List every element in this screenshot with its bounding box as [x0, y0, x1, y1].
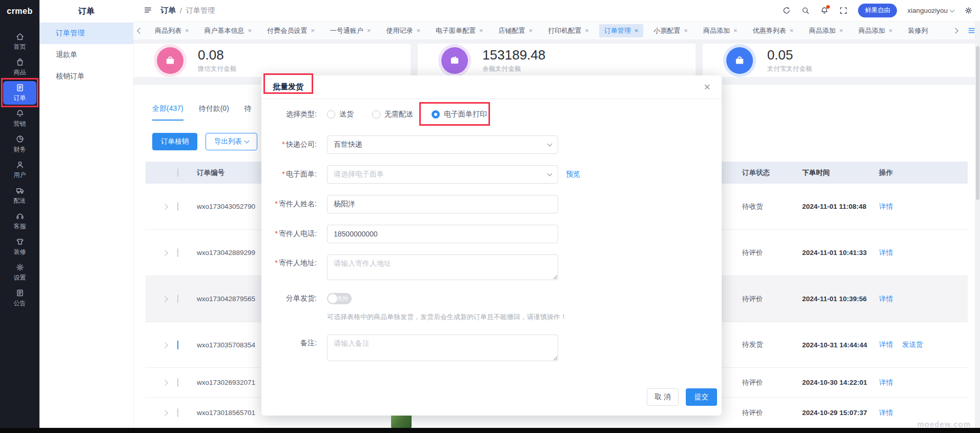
sidebar-item-label: 商品 [14, 68, 26, 77]
tab-receipt-config[interactable]: 小票配置× [648, 24, 693, 37]
row-expand-icon[interactable] [162, 342, 168, 348]
tab-merchant-info[interactable]: 商户基本信息× [199, 24, 257, 37]
scroll-tabs-left-icon[interactable] [133, 29, 147, 33]
close-icon[interactable]: × [635, 27, 639, 34]
close-icon[interactable]: × [585, 27, 589, 34]
sidebar-item-refund[interactable]: 退款单 [39, 44, 133, 66]
fullscreen-icon[interactable] [839, 6, 848, 15]
breadcrumb-root[interactable]: 订单 [160, 6, 176, 15]
row-checkbox[interactable] [177, 248, 178, 257]
close-icon[interactable]: × [185, 27, 189, 34]
close-icon[interactable]: × [416, 27, 420, 34]
sidebar-item-goods[interactable]: 商品 [0, 54, 39, 80]
order-verify-button[interactable]: 订单核销 [152, 133, 197, 150]
sidebar-item-service[interactable]: 客服 [0, 208, 39, 234]
express-company-select[interactable]: 百世快递 [327, 135, 558, 154]
close-icon[interactable]: × [479, 27, 483, 34]
detail-link[interactable]: 详情 [879, 378, 893, 387]
row-checkbox[interactable] [177, 294, 178, 303]
tab-goods-list[interactable]: 商品列表× [150, 24, 194, 37]
sidebar-item-settings[interactable]: 设置 [0, 260, 39, 285]
scroll-tabs-right-icon[interactable] [949, 29, 962, 33]
row-expand-icon[interactable] [162, 410, 168, 416]
export-list-button[interactable]: 导出列表 [206, 133, 257, 150]
close-icon[interactable]: × [733, 27, 738, 34]
row-expand-icon[interactable] [162, 204, 168, 209]
detail-link[interactable]: 详情 [879, 248, 893, 258]
radio-delivery[interactable]: 送货 [327, 110, 354, 119]
tab-paid-member-settings[interactable]: 付费会员设置× [262, 24, 320, 37]
detail-link[interactable]: 详情 [879, 408, 893, 418]
close-icon[interactable]: × [311, 27, 315, 34]
status-tab-truncated[interactable]: 待 [244, 104, 252, 121]
sidebar-item-orders[interactable]: 订单 [3, 81, 36, 105]
close-icon[interactable]: × [367, 27, 371, 34]
submit-button[interactable]: 提交 [686, 388, 717, 406]
status-tab-all[interactable]: 全部(437) [152, 104, 183, 121]
sidebar-item-users[interactable]: 用户 [0, 157, 39, 183]
radio-no-delivery[interactable]: 无需配送 [372, 110, 413, 119]
sidebar-item-decorate[interactable]: 装修 [0, 234, 39, 260]
tab-store-config[interactable]: 店铺配置× [494, 24, 538, 37]
esheet-select[interactable]: 请选择电子面单 [327, 165, 558, 184]
row-expand-icon[interactable] [162, 296, 168, 302]
collapse-menu-icon[interactable] [144, 6, 152, 16]
radio-icon[interactable] [372, 110, 380, 119]
chevron-down-icon [950, 7, 955, 12]
detail-link[interactable]: 详情 [879, 294, 893, 304]
sidebar-item-order-manage[interactable]: 订单管理 [39, 23, 133, 44]
detail-link[interactable]: 详情 [879, 340, 893, 349]
sidebar-item-writeoff-order[interactable]: 核销订单 [39, 66, 133, 87]
detail-link[interactable]: 详情 [879, 202, 893, 211]
sidebar-item-finance[interactable]: 财务 [0, 131, 39, 157]
split-ship-toggle[interactable]: 关闭 [327, 293, 352, 304]
settings-gear-icon[interactable] [964, 6, 973, 15]
merchant-badge[interactable]: 鲜果自由 [858, 4, 897, 17]
tab-decorate-list[interactable]: 装修列 [903, 24, 933, 37]
cancel-button[interactable]: 取 消 [647, 388, 679, 406]
send-goods-link[interactable]: 发送货 [902, 340, 923, 349]
order-status: 待收货 [742, 202, 763, 211]
row-checkbox[interactable] [177, 378, 178, 387]
close-icon[interactable]: × [839, 27, 843, 34]
select-all-checkbox[interactable] [177, 168, 178, 177]
scrollbar-thumb[interactable] [976, 46, 979, 200]
tab-order-manage[interactable]: 订单管理× [599, 24, 644, 37]
refresh-icon[interactable] [782, 6, 791, 15]
sender-name-input[interactable] [327, 195, 558, 213]
row-expand-icon[interactable] [162, 380, 168, 385]
sidebar-item-notice[interactable]: 公告 [0, 285, 39, 311]
sidebar-item-marketing[interactable]: 营销 [0, 106, 39, 131]
tab-esheet-config[interactable]: 电子面单配置× [431, 24, 488, 37]
close-icon[interactable]: × [790, 27, 794, 34]
tab-usage-record[interactable]: 使用记录× [381, 24, 425, 37]
status-tab-unpaid[interactable]: 待付款(0) [199, 104, 229, 121]
radio-icon[interactable] [432, 110, 440, 119]
notification-bell-icon[interactable] [820, 6, 829, 15]
tab-goods-add[interactable]: 商品添加× [804, 24, 848, 37]
remark-textarea[interactable] [327, 334, 558, 361]
row-checkbox[interactable] [177, 341, 178, 349]
radio-icon[interactable] [327, 110, 335, 119]
close-icon[interactable]: × [704, 82, 710, 93]
row-expand-icon[interactable] [162, 250, 168, 255]
sender-address-textarea[interactable] [327, 254, 558, 280]
close-icon[interactable]: × [248, 27, 252, 34]
row-checkbox[interactable] [177, 408, 178, 417]
sender-phone-input[interactable] [327, 225, 558, 243]
tab-goods-add[interactable]: 商品添加× [698, 24, 743, 37]
row-checkbox[interactable] [177, 202, 178, 211]
close-icon[interactable]: × [684, 27, 688, 34]
user-menu[interactable]: xianguoziyou [907, 7, 954, 14]
tab-yihaotong-account[interactable]: 一号通账户× [325, 24, 376, 37]
sidebar-item-home[interactable]: 首页 [0, 29, 39, 54]
close-icon[interactable]: × [529, 27, 533, 34]
sidebar-item-delivery[interactable]: 配送 [0, 183, 39, 208]
search-icon[interactable] [801, 6, 810, 15]
tab-printer-config[interactable]: 打印机配置× [543, 24, 594, 37]
tab-goods-add[interactable]: 商品添加× [853, 24, 898, 37]
close-icon[interactable]: × [889, 27, 893, 34]
radio-esheet-print[interactable]: 电子面单打印 [432, 110, 487, 119]
preview-link[interactable]: 预览 [566, 170, 580, 179]
tab-coupon-list[interactable]: 优惠券列表× [748, 24, 799, 37]
